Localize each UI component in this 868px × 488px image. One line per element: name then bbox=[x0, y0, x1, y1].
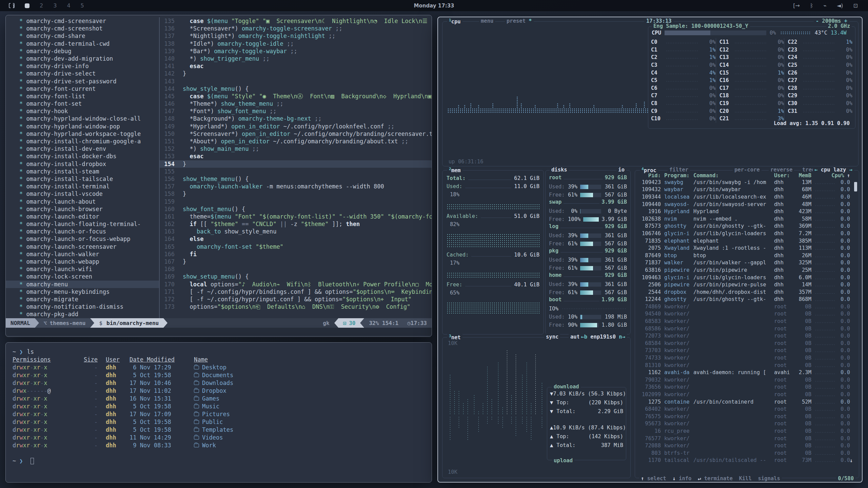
process-row[interactable]: 1275containe/usr/bin/containerdroot52M0.… bbox=[635, 398, 859, 406]
file-list-item[interactable]: * omarchy-lock-screen bbox=[6, 273, 159, 280]
file-list-item[interactable]: * omarchy-drive-select bbox=[6, 70, 159, 77]
tab-disks[interactable]: disks bbox=[551, 167, 567, 173]
file-list-item[interactable]: * omarchy-install-dev-env bbox=[6, 145, 159, 152]
file-list-item[interactable]: * omarchy-install-dropbox bbox=[6, 160, 159, 168]
bluetooth-icon[interactable]: ᛒ bbox=[810, 2, 813, 9]
tab-mem[interactable]: mem bbox=[451, 167, 461, 174]
file-list-item[interactable]: * omarchy-dev-add-migration bbox=[6, 55, 159, 62]
file-list-item[interactable]: * omarchy-install-chromium-google-a bbox=[6, 138, 159, 145]
chip-icon[interactable]: ⊡ bbox=[853, 2, 858, 9]
iface-next-button[interactable]: n→ bbox=[619, 334, 625, 340]
proc-footer-keys[interactable]: ↑ select ↓ info ↵ terminate Kill signals bbox=[639, 475, 782, 482]
process-row[interactable]: 2506pipewire/usr/bin/pipewire-pulsedhh14… bbox=[635, 281, 859, 288]
proc-reverse-toggle[interactable]: reverse bbox=[769, 167, 794, 173]
file-list-item[interactable]: * omarchy-debug bbox=[6, 47, 159, 55]
process-row[interactable]: 68583kworker/root0B0.0 bbox=[635, 318, 859, 325]
file-list-item[interactable]: * omarchy-launch-webapp bbox=[6, 258, 159, 265]
proc-sort-control[interactable]: ← cpu lazy → bbox=[813, 167, 854, 173]
file-list-item[interactable]: * omarchy-menu-keybindings bbox=[6, 288, 159, 296]
file-list-item[interactable]: * omarchy-hyprland-window-close-all bbox=[6, 115, 159, 122]
logout-icon[interactable]: [→ bbox=[793, 2, 800, 9]
process-row[interactable]: 109463glycin-i/usr/lib/glycin-loadersdhh… bbox=[635, 274, 859, 281]
process-row[interactable]: 803btrfs-trroot0B0.0 bbox=[635, 449, 859, 457]
file-list-item[interactable]: * omarchy-install-docker-dbs bbox=[6, 152, 159, 160]
process-row[interactable]: 76577kworker/root0B0.0 bbox=[635, 435, 859, 442]
file-list-item[interactable]: * omarchy-cmd-share bbox=[6, 32, 159, 40]
process-row[interactable]: 109432waybar/usr/bin/waybardhh68M0.0 bbox=[635, 186, 859, 194]
tab-cpu[interactable]: cpu bbox=[451, 19, 461, 25]
process-row[interactable]: 94540kworker/root0B0.0 bbox=[635, 310, 859, 318]
process-row[interactable]: 79032kworker/root0B0.0 bbox=[635, 376, 859, 384]
process-row[interactable]: 72088kworker/root0B0.0 bbox=[635, 442, 859, 449]
file-list-item[interactable]: * omarchy-launch-browser bbox=[6, 205, 159, 213]
file-list-item[interactable]: * omarchy-install-vscode bbox=[6, 190, 159, 198]
process-row[interactable]: 68402kworker/root0B0.0 bbox=[635, 405, 859, 413]
process-row[interactable]: 12244ghostty/usr/bin/ghostty --gtk-dhh86… bbox=[635, 296, 859, 303]
net-sync-toggle[interactable]: sync bbox=[546, 334, 558, 340]
file-list-item[interactable]: * omarchy-install-steam bbox=[6, 168, 159, 175]
process-row[interactable]: 68584kworker/root0B0.0 bbox=[635, 340, 859, 347]
process-row[interactable]: 76575kworker/root0B0.0 bbox=[635, 413, 859, 420]
process-row[interactable]: 68586kworker/root0B0.0 bbox=[635, 325, 859, 332]
file-list-item[interactable]: * omarchy-launch-walker bbox=[6, 250, 159, 258]
file-list-item[interactable]: * omarchy-install-terminal bbox=[6, 183, 159, 190]
file-list-item[interactable]: * omarchy-drive-set-password bbox=[6, 78, 159, 85]
file-list-item[interactable]: * omarchy-cmd-terminal-cwd bbox=[6, 40, 159, 47]
file-list-item[interactable]: * omarchy-launch-or-focus-webapp bbox=[6, 235, 159, 243]
file-list-item[interactable]: * omarchy-cmd-screenshot bbox=[6, 25, 159, 32]
volume-icon[interactable]: ◄) bbox=[837, 2, 843, 9]
process-row[interactable]: 102099kworker/root0B0.0 bbox=[635, 391, 859, 398]
process-row[interactable]: 81310kworker/root0B0.0 bbox=[635, 362, 859, 369]
tab-net[interactable]: net bbox=[451, 334, 461, 341]
file-list-item[interactable]: * omarchy-launch-screensaver bbox=[6, 243, 159, 250]
process-row[interactable]: 109423swaybg/usr/bin/swaybg -i /homdhh13… bbox=[635, 179, 859, 186]
process-row[interactable]: 71837walker/usr/bin/walker --gappldhh325… bbox=[635, 259, 859, 267]
file-list-item[interactable]: * omarchy-launch-floating-terminal- bbox=[6, 220, 159, 228]
file-list-item[interactable]: * omarchy-menu bbox=[6, 281, 159, 288]
proc-filter-button[interactable]: filter bbox=[668, 167, 690, 173]
process-row[interactable]: 72073kworker/root0B0.0 bbox=[635, 332, 859, 340]
process-row[interactable]: 95673kworker/root0B0.0 bbox=[635, 420, 859, 428]
process-row[interactable]: 1170tailscal/usr/sbin/tailscaled --root7… bbox=[635, 457, 859, 464]
file-list-item[interactable]: * omarchy-hyprland-workspace-toggle bbox=[6, 130, 159, 138]
process-list[interactable]: 109423swaybg/usr/bin/swaybg -i /homdhh13… bbox=[635, 179, 859, 464]
file-list-item[interactable]: * omarchy-font-current bbox=[6, 85, 159, 93]
btop-preset-button[interactable]: preset * bbox=[505, 18, 534, 24]
process-row[interactable]: 106746glycin-i/usr/lib/glycin-loadersdhh… bbox=[635, 230, 859, 237]
file-list-item[interactable]: * omarchy-cmd-screensaver bbox=[6, 17, 159, 25]
file-list-item[interactable]: * omarchy-notification-dismiss bbox=[6, 303, 159, 310]
file-list-item[interactable]: * omarchy-migrate bbox=[6, 296, 159, 303]
iface-prev-button[interactable]: ←b bbox=[581, 334, 587, 340]
file-list-item[interactable]: * omarchy-launch-wifi bbox=[6, 265, 159, 273]
process-row[interactable]: 1916HyprlandHyprlanddhh423M0.0 bbox=[635, 208, 859, 215]
proc-scrollbar[interactable] bbox=[854, 182, 857, 191]
tab-proc[interactable]: proc bbox=[644, 167, 656, 174]
process-row[interactable]: 16rcu_preeroot0B0.0 bbox=[635, 427, 859, 435]
file-list-item[interactable]: * omarchy-hook bbox=[6, 107, 159, 115]
file-list-item[interactable]: * omarchy-pkg-add bbox=[6, 310, 159, 318]
process-row[interactable]: 102638nvimnvim --embed .dhh58M0.0 bbox=[635, 215, 859, 223]
terminal-window[interactable]: ~❯ls Permissions Size User Date Modified… bbox=[5, 342, 432, 483]
process-row[interactable]: 1162avahi-daavahi-daemon: running [avahi… bbox=[635, 369, 859, 376]
process-row[interactable]: 74733kworker/root0B0.0 bbox=[635, 354, 859, 362]
process-row[interactable]: 109344localsea/usr/lib/localsearch-exdhh… bbox=[635, 193, 859, 201]
neovim-window[interactable]: * omarchy-cmd-screensaver* omarchy-cmd-s… bbox=[5, 15, 432, 337]
file-list-item[interactable]: * omarchy-drive-info bbox=[6, 62, 159, 70]
file-list-item[interactable]: * omarchy-font-set bbox=[6, 100, 159, 107]
process-row[interactable]: 2544dropbox/home/dhh/.dropbox-distdhh357… bbox=[635, 288, 859, 296]
process-row[interactable]: 74869kworker/root0B0.0 bbox=[635, 303, 859, 310]
file-list-item[interactable]: * omarchy-install-tailscale bbox=[6, 175, 159, 183]
file-list-item[interactable]: * omarchy-launch-editor bbox=[6, 213, 159, 220]
process-row[interactable]: 2075XwaylandXwayland :1 -rootless -dhh11… bbox=[635, 244, 859, 252]
file-list-item[interactable]: * omarchy-font-list bbox=[6, 93, 159, 100]
network-icon[interactable]: ⌁ bbox=[823, 2, 827, 9]
process-row[interactable]: 71835elephantelephantdhh385M0.0 bbox=[635, 237, 859, 245]
code-pane[interactable]: case $(menu "Toggle" "▣ Screensaver\n☾ N… bbox=[179, 17, 432, 318]
process-row[interactable]: 63816pipewire/usr/bin/pipewiredhh25M0.0 bbox=[635, 266, 859, 274]
tab-io[interactable]: io bbox=[618, 167, 625, 173]
process-row[interactable]: 73656kworker/root0B0.0 bbox=[635, 384, 859, 391]
proc-per-core-toggle[interactable]: per-core bbox=[733, 167, 762, 173]
process-row[interactable]: 87649btopbtopdhh26M0.0 bbox=[635, 252, 859, 259]
file-list-item[interactable]: * omarchy-launch-about bbox=[6, 198, 159, 205]
btop-menu-button[interactable]: menu bbox=[479, 18, 495, 24]
